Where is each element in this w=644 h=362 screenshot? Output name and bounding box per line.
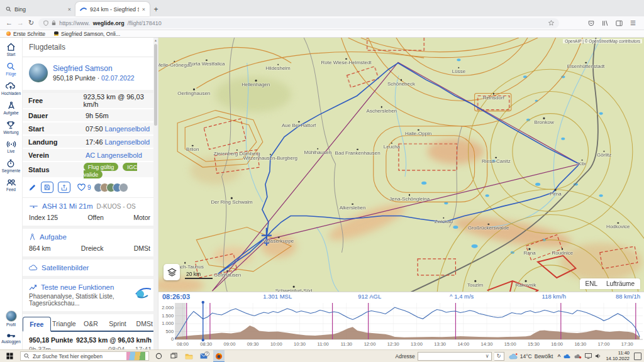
- sidebar-item-profil[interactable]: Profil: [6, 310, 17, 327]
- chevron-down-icon[interactable]: ∨: [486, 353, 489, 359]
- likes[interactable]: 9: [77, 184, 91, 191]
- sidebar-item-aufgabe[interactable]: Aufgabe: [3, 101, 18, 115]
- task-view-button[interactable]: [168, 350, 179, 362]
- mail-button[interactable]: 7: [198, 350, 209, 362]
- address-refresh-button[interactable]: ↻: [494, 352, 504, 361]
- sidebar-item-fluege[interactable]: Flüge: [6, 62, 16, 76]
- task-title-link[interactable]: Aufgabe: [40, 233, 67, 241]
- row-value: 17:46: [86, 138, 105, 146]
- taskbar-search-box[interactable]: Zur Suche Text hier eingeben: [20, 351, 149, 361]
- aircraft-class: Offen: [87, 214, 104, 221]
- edit-pencil-icon[interactable]: [28, 184, 36, 192]
- landing-airfield-link[interactable]: Langenselbold: [105, 138, 150, 146]
- windows-taskbar: Zur Suche Text hier eingeben 7 Adresse ∨…: [0, 349, 644, 362]
- map-city-label: Alkersleben: [340, 204, 366, 211]
- flight-date-link[interactable]: 02.07.2022: [101, 74, 135, 82]
- flight-map[interactable]: Melle-GrönegauPorta WestfalicaHildesheim…: [158, 38, 644, 292]
- back-button[interactable]: ←: [6, 19, 13, 26]
- sidebar-item-label: Aufgabe: [3, 111, 18, 115]
- vario-up-icon: ^: [450, 293, 452, 300]
- satellite-link[interactable]: Satellitenbilder: [42, 264, 89, 272]
- bookmark-star-icon[interactable]: [548, 20, 554, 26]
- tab-sprint[interactable]: Sprint: [104, 317, 131, 331]
- pilot-name-link[interactable]: Siegfried Samson: [53, 64, 135, 73]
- start-button[interactable]: [3, 353, 16, 359]
- tab-triangle[interactable]: Triangle: [51, 317, 78, 331]
- pocket-icon[interactable]: [588, 20, 594, 26]
- scrollbar-thumb[interactable]: [154, 44, 157, 126]
- tab-close-icon[interactable]: ×: [68, 6, 71, 13]
- new-features-link[interactable]: Teste neue Funktionen: [41, 283, 114, 291]
- sidebar-icon[interactable]: [616, 20, 623, 26]
- map-city-label: Bad Frankenhausen: [335, 148, 380, 156]
- bookmark-erste-schritte[interactable]: Erste Schritte: [6, 31, 45, 37]
- map-city-label: Rana: [523, 248, 535, 256]
- cortana-button[interactable]: [153, 350, 164, 362]
- layers-button[interactable]: [164, 264, 180, 280]
- map-city-label: Rakovnik: [516, 280, 536, 288]
- search-icon: [6, 62, 16, 71]
- cloud-icon: [29, 265, 38, 271]
- svg-text:09:00: 09:00: [224, 341, 236, 347]
- sidebar-item-start[interactable]: Start: [6, 43, 16, 57]
- svg-text:08:00: 08:00: [177, 341, 189, 347]
- reload-button[interactable]: ↻: [28, 19, 34, 26]
- search-highlight-image[interactable]: [126, 352, 145, 360]
- aircraft-section: ASH 31 Mi 21m D-KUOS - OS Index 125 Offe…: [23, 198, 158, 229]
- enl-toggle[interactable]: ENL: [586, 280, 597, 287]
- airspace-toggle[interactable]: Lufträume: [606, 280, 635, 287]
- sidebar-item-wertung[interactable]: Wertung: [3, 121, 18, 134]
- taskbar-clock[interactable]: 11:40 14.10.2022: [606, 351, 630, 361]
- tray-expand-icon[interactable]: ^: [557, 353, 560, 359]
- onedrive-icon[interactable]: [564, 354, 571, 359]
- forward-button[interactable]: →: [17, 19, 24, 26]
- map-city-label: Jena-Schöngleina: [389, 194, 430, 202]
- sidebar-item-segmente[interactable]: Segmente: [2, 159, 21, 173]
- shield-icon: [43, 20, 48, 26]
- firefox-button[interactable]: [213, 350, 225, 362]
- tab-weglide-flight[interactable]: 924 km - Siegfried Samson - Lan ×: [75, 2, 150, 16]
- aircraft-name-link[interactable]: ASH 31 Mi 21m: [42, 202, 93, 210]
- satellite-section[interactable]: Satellitenbilder: [23, 260, 158, 279]
- barogram[interactable]: 05001.0001.5002.00008:0008:3009:0009:301…: [158, 300, 644, 349]
- panel-scrollbar[interactable]: ▲: [153, 38, 158, 349]
- bookmark-siegfried-samson[interactable]: Siegfried Samson, Onli...: [54, 31, 120, 37]
- flight-details-panel: Flugdetails Siegfried Samson 950,18 Punk…: [23, 38, 158, 349]
- file-explorer-button[interactable]: [183, 350, 194, 362]
- tab-free[interactable]: Free: [23, 317, 51, 332]
- svg-text:09:30: 09:30: [247, 341, 259, 347]
- tab-oandr[interactable]: O&R: [77, 317, 104, 331]
- url-bar[interactable]: https://www.weglide.org/flight/178410: [38, 18, 559, 28]
- pilot-points: 950,18 Punkte ·: [53, 74, 99, 82]
- display-icon[interactable]: [585, 353, 592, 359]
- club-link[interactable]: AC Langenselbold: [86, 151, 142, 159]
- save-igc-button[interactable]: [41, 182, 53, 193]
- new-tab-button[interactable]: +: [150, 3, 162, 16]
- tab-title: Bing: [14, 6, 65, 13]
- start-airfield-link[interactable]: Langenselbold: [105, 125, 150, 133]
- pilot-avatar[interactable]: [29, 63, 48, 82]
- tab-close-icon[interactable]: ×: [142, 6, 145, 13]
- notification-center-button[interactable]: [634, 353, 641, 360]
- map-city-label: Rote Wiese-Helmstedt: [321, 58, 372, 66]
- sidebar-item-ausloggen[interactable]: Ausloggen: [1, 332, 21, 344]
- sidebar-item-live[interactable]: Live: [6, 140, 16, 153]
- likers-avatars[interactable]: [97, 183, 128, 192]
- volume-icon[interactable]: [595, 353, 601, 359]
- new-features-section[interactable]: Teste neue Funktionen Phasenanalyse, Sta…: [23, 279, 158, 314]
- onedrive-sync-icon[interactable]: [574, 354, 582, 359]
- map-city-label: Mühlhausen: [304, 148, 332, 155]
- status-badge-valid: Flug gültig: [84, 163, 119, 171]
- svg-text:16:00: 16:00: [551, 341, 563, 347]
- address-input[interactable]: ∨: [418, 352, 492, 361]
- tab-bing[interactable]: Bing ×: [1, 2, 75, 16]
- sidebar-item-hochladen[interactable]: Hochladen: [1, 82, 21, 96]
- new-features-subtitle: Phasenanalyse, Statistik Liste, Tagesrüc…: [29, 293, 152, 307]
- browser-tab-bar: Bing × 924 km - Siegfried Samson - Lan ×…: [0, 0, 644, 16]
- library-icon[interactable]: [602, 20, 608, 26]
- sidebar-item-feed[interactable]: Feed: [6, 178, 16, 192]
- share-button[interactable]: [58, 182, 70, 193]
- free-distance-speed: 923,53 km @ 96,03 km/h: [76, 336, 152, 344]
- menu-icon[interactable]: ☰: [630, 19, 636, 26]
- weather-widget[interactable]: 14°C Bewölkt: [509, 353, 553, 359]
